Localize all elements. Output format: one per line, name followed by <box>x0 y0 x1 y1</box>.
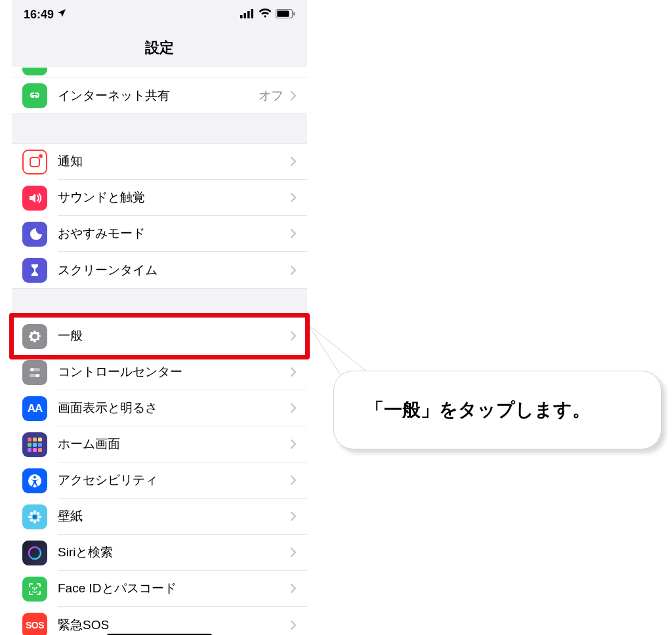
row-label: アクセシビリティ <box>58 472 287 489</box>
row-label: Face IDとパスコード <box>58 580 287 597</box>
svg-rect-3 <box>251 9 254 18</box>
phone-frame: 16:49 設定 インターネッ <box>12 0 307 635</box>
settings-row-faceid[interactable]: Face IDとパスコード <box>12 571 307 607</box>
gear-icon <box>22 324 47 349</box>
faceid-icon <box>22 577 47 602</box>
flower-icon <box>22 504 47 529</box>
accessibility-icon <box>22 468 47 493</box>
group-spacer <box>12 288 307 318</box>
row-label: コントロールセンター <box>58 363 287 380</box>
svg-point-20 <box>37 512 40 515</box>
group-spacer <box>12 113 307 144</box>
status-time: 16:49 <box>24 8 54 22</box>
svg-point-19 <box>30 512 33 515</box>
chevron-right-icon <box>287 156 299 167</box>
row-label: インターネット共有 <box>58 87 259 104</box>
row-label: 壁紙 <box>58 508 287 525</box>
status-bar: 16:49 <box>12 0 307 29</box>
svg-rect-1 <box>244 13 247 18</box>
chevron-right-icon <box>287 511 299 522</box>
chevron-right-icon <box>287 91 299 101</box>
svg-point-14 <box>33 515 37 519</box>
settings-row-accessibility[interactable]: アクセシビリティ <box>12 462 307 499</box>
svg-point-13 <box>33 476 36 478</box>
row-label: サウンドと触覚 <box>58 189 287 206</box>
svg-point-15 <box>33 510 36 514</box>
location-icon <box>56 8 67 22</box>
row-label: Siriと検索 <box>58 544 287 561</box>
cellular-icon <box>240 8 255 22</box>
badge-dot <box>38 154 43 159</box>
svg-point-23 <box>29 547 41 559</box>
row-label: 一般 <box>58 327 287 344</box>
page-title: 設定 <box>12 29 307 67</box>
svg-rect-0 <box>240 15 243 18</box>
svg-point-17 <box>28 515 32 518</box>
chevron-right-icon <box>287 439 299 449</box>
moon-icon <box>22 222 47 247</box>
svg-point-16 <box>33 520 36 523</box>
link-icon <box>22 83 47 108</box>
settings-row-display[interactable]: AA画面表示と明るさ <box>12 390 307 426</box>
settings-row-wallpaper[interactable]: 壁紙 <box>12 499 307 535</box>
svg-point-18 <box>37 515 41 518</box>
settings-row-notifications[interactable]: 通知 <box>12 144 307 180</box>
previous-row-partial <box>12 67 307 77</box>
wifi-icon <box>259 8 272 22</box>
svg-point-9 <box>31 368 34 371</box>
settings-row-home-screen[interactable]: ホーム画面 <box>12 426 307 462</box>
callout-text: 「一般」をタップします。 <box>366 399 591 420</box>
row-value: オフ <box>259 87 284 104</box>
chevron-right-icon <box>287 331 299 341</box>
chevron-right-icon <box>287 547 299 558</box>
chevron-right-icon <box>287 583 299 594</box>
settings-row-control-center[interactable]: コントロールセンター <box>12 354 307 390</box>
svg-rect-5 <box>277 10 289 16</box>
settings-row-screentime[interactable]: スクリーンタイム <box>12 252 307 288</box>
chevron-right-icon <box>287 403 299 413</box>
svg-point-21 <box>30 518 33 522</box>
chevron-right-icon <box>287 367 299 377</box>
instruction-callout: 「一般」をタップします。 <box>333 371 662 449</box>
svg-rect-6 <box>293 12 295 15</box>
chevron-right-icon <box>287 620 299 630</box>
svg-point-24 <box>32 586 33 588</box>
settings-row-general[interactable]: 一般 <box>12 318 307 354</box>
sos-icon: SOS <box>22 613 47 636</box>
chevron-right-icon <box>287 475 299 485</box>
toggles-icon <box>22 360 47 385</box>
svg-rect-7 <box>30 157 39 167</box>
row-label: 緊急SOS <box>58 617 287 634</box>
row-label: ホーム画面 <box>58 436 287 453</box>
battery-icon <box>276 8 295 22</box>
apps-icon <box>22 432 47 457</box>
row-label: 通知 <box>58 153 287 170</box>
siri-icon <box>22 541 47 565</box>
svg-point-25 <box>36 586 37 588</box>
settings-row-siri[interactable]: Siriと検索 <box>12 535 307 571</box>
chevron-right-icon <box>287 265 299 276</box>
row-label: 画面表示と明るさ <box>58 399 287 417</box>
settings-row-personal-hotspot[interactable]: インターネット共有オフ <box>12 77 307 113</box>
chevron-right-icon <box>287 192 299 203</box>
row-label: おやすみモード <box>58 225 287 242</box>
notifications-icon <box>22 150 47 174</box>
settings-row-sos[interactable]: SOS緊急SOS <box>12 607 307 635</box>
settings-row-dnd[interactable]: おやすみモード <box>12 216 307 252</box>
aa-icon: AA <box>22 396 47 421</box>
row-label: スクリーンタイム <box>58 262 287 279</box>
svg-point-22 <box>37 518 40 522</box>
svg-point-11 <box>36 374 39 377</box>
chevron-right-icon <box>287 228 299 239</box>
settings-row-sounds[interactable]: サウンドと触覚 <box>12 180 307 216</box>
hourglass-icon <box>22 258 47 283</box>
speaker-icon <box>22 186 47 211</box>
svg-rect-2 <box>247 11 250 18</box>
